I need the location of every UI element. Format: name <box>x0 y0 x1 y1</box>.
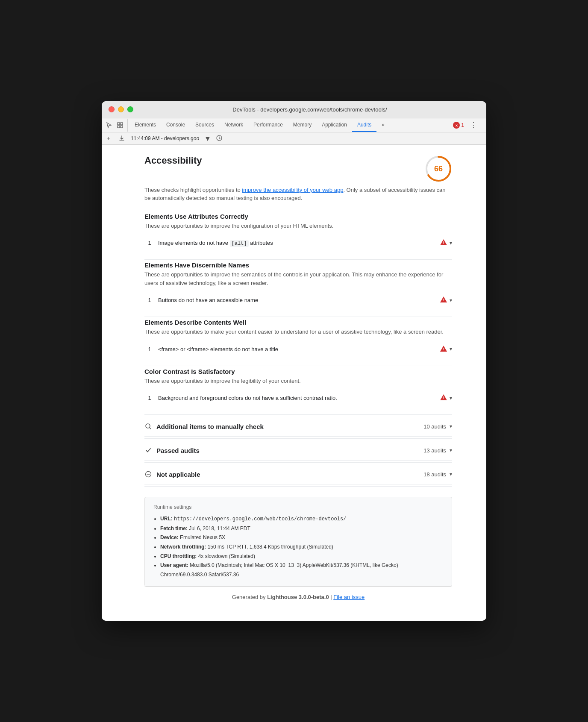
tab-elements[interactable]: Elements <box>129 118 161 132</box>
tab-more[interactable]: » <box>376 118 390 132</box>
audit-item-actions: ! ▾ <box>440 346 452 353</box>
divider <box>144 462 452 463</box>
runtime-url: URL: https://developers.google.com/web/t… <box>160 514 443 524</box>
footer-text: Generated by Lighthouse 3.0.0-beta.0 | F… <box>232 594 365 600</box>
maximize-button[interactable] <box>127 106 133 112</box>
search-icon <box>144 423 152 430</box>
score-number: 66 <box>434 164 443 173</box>
tab-memory[interactable]: Memory <box>288 118 317 132</box>
minimize-button[interactable] <box>118 106 124 112</box>
audit-item[interactable]: 1 Background and foreground colors do no… <box>144 390 452 406</box>
divider <box>144 486 452 487</box>
score-circle: 66 <box>425 155 452 182</box>
close-button[interactable] <box>109 106 115 112</box>
divider <box>144 366 452 366</box>
audit-item-actions: ! ▾ <box>440 296 452 304</box>
svg-rect-1 <box>121 123 123 125</box>
audit-item-number: 1 <box>144 346 155 352</box>
runtime-device: Device: Emulated Nexus 5X <box>160 533 443 543</box>
additional-items-chevron: ▾ <box>450 423 452 429</box>
add-icon[interactable]: + <box>107 135 114 142</box>
divider <box>144 317 452 317</box>
audit-group-names: Elements Have Discernible Names These ar… <box>144 261 452 308</box>
tab-console[interactable]: Console <box>161 118 190 132</box>
audit-group-attributes: Elements Use Attributes Correctly These … <box>144 213 452 251</box>
audit-item-number: 1 <box>144 240 155 246</box>
svg-rect-3 <box>121 126 123 128</box>
passed-audits-section[interactable]: Passed audits 13 audits ▾ <box>144 440 452 461</box>
audit-group-title-2: Elements Have Discernible Names <box>144 261 452 269</box>
audit-group-desc-4: These are opportunities to improve the l… <box>144 377 452 385</box>
timestamp: 11:44:09 AM - developers.goo <box>131 135 199 141</box>
audit-group-desc-3: These are opportunities to make your con… <box>144 328 452 336</box>
audit-item-actions: ! ▾ <box>440 394 452 402</box>
accessibility-link[interactable]: improve the accessibility of your web ap… <box>242 187 343 193</box>
section-title: Accessibility <box>144 155 202 166</box>
runtime-network: Network throttling: 150 ms TCP RTT, 1,63… <box>160 543 443 552</box>
section-header: Accessibility 66 <box>144 155 452 182</box>
passed-audits-count: 13 audits <box>423 447 446 454</box>
file-issue-link[interactable]: File an issue <box>333 594 365 600</box>
additional-items-title: Additional items to manually check <box>156 423 423 430</box>
audit-item[interactable]: 1 Buttons do not have an accessible name… <box>144 292 452 308</box>
tab-performance[interactable]: Performance <box>248 118 288 132</box>
download-icon[interactable] <box>119 135 126 142</box>
devtools-toolbar: Elements Console Sources Network Perform… <box>102 118 486 132</box>
devtools-window: DevTools - developers.google.com/web/too… <box>102 101 486 621</box>
audit-item-text: Buttons do not have an accessible name <box>158 297 440 303</box>
dropdown-icon[interactable]: ▼ <box>204 135 211 142</box>
audit-item-text: <frame> or <iframe> elements do not have… <box>158 346 440 352</box>
tab-application[interactable]: Application <box>317 118 352 132</box>
audit-item[interactable]: 1 <frame> or <iframe> elements do not ha… <box>144 341 452 357</box>
not-applicable-count: 18 audits <box>423 471 446 478</box>
svg-rect-2 <box>118 126 120 128</box>
svg-rect-0 <box>118 123 120 125</box>
audit-group-title-3: Elements Describe Contents Well <box>144 319 452 326</box>
svg-text:!: ! <box>443 298 444 302</box>
svg-text:!: ! <box>443 396 444 400</box>
runtime-settings-list: URL: https://developers.google.com/web/t… <box>160 514 443 579</box>
expand-icon[interactable]: ▾ <box>450 395 452 401</box>
expand-icon[interactable]: ▾ <box>450 346 452 352</box>
not-applicable-title: Not applicable <box>156 471 423 478</box>
not-applicable-section[interactable]: Not applicable 18 audits ▾ <box>144 464 452 484</box>
toolbar-icons <box>105 119 128 132</box>
traffic-lights <box>109 106 133 112</box>
audit-group-desc-1: These are opportunities to improve the c… <box>144 222 452 230</box>
tab-audits[interactable]: Audits <box>352 118 376 132</box>
toolbar-right: ✕ 1 ⋮ <box>450 118 483 132</box>
divider <box>144 414 452 415</box>
warning-icon: ! <box>440 296 447 304</box>
passed-audits-chevron: ▾ <box>450 447 452 453</box>
minus-circle-icon <box>144 470 152 478</box>
footer: Generated by Lighthouse 3.0.0-beta.0 | F… <box>144 587 452 607</box>
warning-icon: ! <box>440 346 447 353</box>
warning-icon: ! <box>440 239 447 247</box>
audit-item-text: Background and foreground colors do not … <box>158 395 440 401</box>
audit-group-title-4: Color Contrast Is Satisfactory <box>144 368 452 375</box>
tab-network[interactable]: Network <box>219 118 248 132</box>
additional-items-count: 10 audits <box>423 423 446 430</box>
audit-item-number: 1 <box>144 297 155 303</box>
tab-sources[interactable]: Sources <box>190 118 219 132</box>
expand-icon[interactable]: ▾ <box>450 240 452 246</box>
clock-icon[interactable] <box>216 135 223 142</box>
audit-item[interactable]: 1 Image elements do not have [alt] attri… <box>144 235 452 251</box>
error-icon: ✕ <box>453 122 460 129</box>
runtime-settings-title: Runtime settings <box>153 504 443 510</box>
expand-icon[interactable]: ▾ <box>450 297 452 303</box>
additional-items-section[interactable]: Additional items to manually check 10 au… <box>144 417 452 437</box>
audit-item-text: Image elements do not have [alt] attribu… <box>158 240 440 247</box>
cursor-icon[interactable] <box>105 121 113 129</box>
error-badge[interactable]: ✕ 1 <box>453 122 464 129</box>
inspect-icon[interactable] <box>116 121 124 129</box>
titlebar: DevTools - developers.google.com/web/too… <box>102 101 486 118</box>
not-applicable-chevron: ▾ <box>450 471 452 477</box>
secondary-toolbar: + 11:44:09 AM - developers.goo ▼ <box>102 132 486 145</box>
runtime-fetch-time: Fetch time: Jul 6, 2018, 11:44 AM PDT <box>160 524 443 534</box>
more-options-button[interactable]: ⋮ <box>467 118 479 132</box>
audit-group-contents: Elements Describe Contents Well These ar… <box>144 319 452 357</box>
checkmark-icon <box>144 446 152 454</box>
section-description: These checks highlight opportunities to … <box>144 186 452 203</box>
svg-text:!: ! <box>443 347 444 351</box>
